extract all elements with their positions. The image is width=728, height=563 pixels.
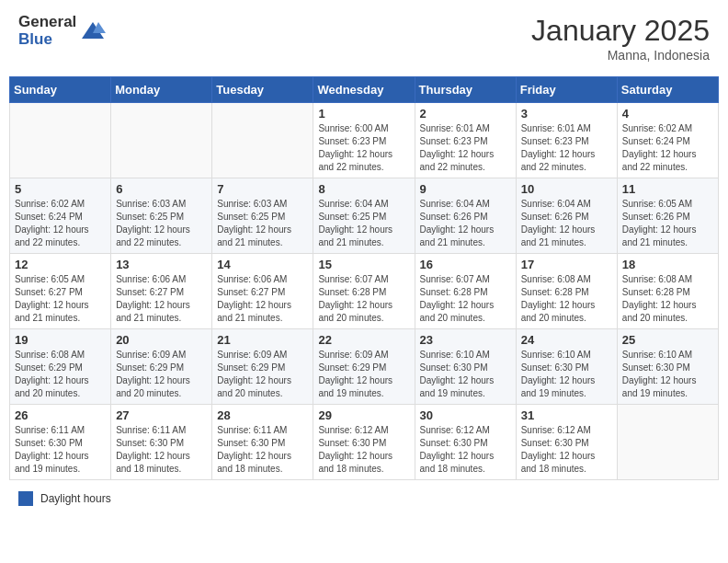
day-number: 6 bbox=[116, 182, 207, 196]
day-info: Sunrise: 6:11 AM Sunset: 6:30 PM Dayligh… bbox=[15, 424, 106, 476]
day-info: Sunrise: 6:12 AM Sunset: 6:30 PM Dayligh… bbox=[521, 424, 612, 476]
calendar-cell: 8Sunrise: 6:04 AM Sunset: 6:25 PM Daylig… bbox=[313, 178, 415, 254]
calendar-cell: 1Sunrise: 6:00 AM Sunset: 6:23 PM Daylig… bbox=[313, 103, 415, 178]
day-info: Sunrise: 6:12 AM Sunset: 6:30 PM Dayligh… bbox=[420, 424, 511, 476]
day-number: 1 bbox=[318, 107, 409, 121]
day-number: 8 bbox=[318, 182, 409, 196]
calendar-cell: 9Sunrise: 6:04 AM Sunset: 6:26 PM Daylig… bbox=[415, 178, 516, 254]
calendar-cell: 15Sunrise: 6:07 AM Sunset: 6:28 PM Dayli… bbox=[313, 254, 415, 329]
day-info: Sunrise: 6:09 AM Sunset: 6:29 PM Dayligh… bbox=[116, 349, 207, 400]
day-info: Sunrise: 6:04 AM Sunset: 6:26 PM Dayligh… bbox=[521, 198, 612, 249]
calendar-header-tuesday: Tuesday bbox=[212, 77, 313, 103]
day-info: Sunrise: 6:09 AM Sunset: 6:29 PM Dayligh… bbox=[217, 349, 308, 400]
calendar-cell: 21Sunrise: 6:09 AM Sunset: 6:29 PM Dayli… bbox=[212, 329, 313, 405]
day-number: 13 bbox=[116, 258, 207, 271]
day-number: 20 bbox=[116, 333, 207, 347]
calendar-cell: 22Sunrise: 6:09 AM Sunset: 6:29 PM Dayli… bbox=[313, 329, 415, 405]
legend: Daylight hours bbox=[9, 488, 719, 510]
day-number: 30 bbox=[420, 408, 511, 422]
day-info: Sunrise: 6:06 AM Sunset: 6:27 PM Dayligh… bbox=[217, 273, 308, 325]
calendar-week-1: 1Sunrise: 6:00 AM Sunset: 6:23 PM Daylig… bbox=[10, 103, 719, 178]
calendar-cell: 13Sunrise: 6:06 AM Sunset: 6:27 PM Dayli… bbox=[111, 254, 212, 329]
calendar-cell: 28Sunrise: 6:11 AM Sunset: 6:30 PM Dayli… bbox=[212, 405, 313, 480]
month-title: January 2025 bbox=[531, 14, 710, 48]
day-info: Sunrise: 6:12 AM Sunset: 6:30 PM Dayligh… bbox=[318, 424, 409, 476]
day-number: 31 bbox=[521, 408, 612, 422]
day-info: Sunrise: 6:00 AM Sunset: 6:23 PM Dayligh… bbox=[318, 122, 409, 174]
day-number: 5 bbox=[15, 182, 106, 196]
calendar-cell: 27Sunrise: 6:11 AM Sunset: 6:30 PM Dayli… bbox=[111, 405, 212, 480]
day-number: 23 bbox=[420, 333, 511, 347]
logo-icon bbox=[80, 18, 106, 44]
calendar-header-sunday: Sunday bbox=[10, 77, 111, 103]
calendar-header-friday: Friday bbox=[516, 77, 617, 103]
calendar-header-monday: Monday bbox=[111, 77, 212, 103]
day-info: Sunrise: 6:03 AM Sunset: 6:25 PM Dayligh… bbox=[116, 198, 207, 249]
day-number: 19 bbox=[15, 333, 106, 347]
day-info: Sunrise: 6:06 AM Sunset: 6:27 PM Dayligh… bbox=[116, 273, 207, 325]
day-number: 26 bbox=[15, 408, 106, 422]
header: General Blue January 2025 Manna, Indones… bbox=[9, 9, 719, 67]
calendar-cell: 20Sunrise: 6:09 AM Sunset: 6:29 PM Dayli… bbox=[111, 329, 212, 405]
calendar-cell: 23Sunrise: 6:10 AM Sunset: 6:30 PM Dayli… bbox=[415, 329, 516, 405]
legend-label: Daylight hours bbox=[40, 492, 111, 505]
day-info: Sunrise: 6:04 AM Sunset: 6:26 PM Dayligh… bbox=[420, 198, 511, 249]
calendar-cell: 24Sunrise: 6:10 AM Sunset: 6:30 PM Dayli… bbox=[516, 329, 617, 405]
day-info: Sunrise: 6:08 AM Sunset: 6:28 PM Dayligh… bbox=[521, 273, 612, 325]
day-number: 17 bbox=[521, 258, 612, 271]
day-number: 29 bbox=[318, 408, 409, 422]
calendar-cell bbox=[617, 405, 718, 480]
day-number: 15 bbox=[318, 258, 409, 271]
day-info: Sunrise: 6:10 AM Sunset: 6:30 PM Dayligh… bbox=[420, 349, 511, 400]
calendar-cell: 10Sunrise: 6:04 AM Sunset: 6:26 PM Dayli… bbox=[516, 178, 617, 254]
day-number: 25 bbox=[622, 333, 713, 347]
calendar-cell: 2Sunrise: 6:01 AM Sunset: 6:23 PM Daylig… bbox=[415, 103, 516, 178]
logo-general: General bbox=[18, 14, 76, 31]
day-info: Sunrise: 6:08 AM Sunset: 6:29 PM Dayligh… bbox=[15, 349, 106, 400]
day-info: Sunrise: 6:08 AM Sunset: 6:28 PM Dayligh… bbox=[622, 273, 713, 325]
day-number: 16 bbox=[420, 258, 511, 271]
logo-blue: Blue bbox=[18, 31, 76, 49]
day-number: 24 bbox=[521, 333, 612, 347]
day-number: 11 bbox=[622, 182, 713, 196]
calendar-header-thursday: Thursday bbox=[415, 77, 516, 103]
day-info: Sunrise: 6:03 AM Sunset: 6:25 PM Dayligh… bbox=[217, 198, 308, 249]
day-number: 3 bbox=[521, 107, 612, 121]
calendar-header-wednesday: Wednesday bbox=[313, 77, 415, 103]
day-number: 21 bbox=[217, 333, 308, 347]
day-number: 12 bbox=[15, 258, 106, 271]
day-number: 4 bbox=[622, 107, 713, 121]
calendar-week-3: 12Sunrise: 6:05 AM Sunset: 6:27 PM Dayli… bbox=[10, 254, 719, 329]
calendar-cell: 11Sunrise: 6:05 AM Sunset: 6:26 PM Dayli… bbox=[617, 178, 718, 254]
day-info: Sunrise: 6:01 AM Sunset: 6:23 PM Dayligh… bbox=[420, 122, 511, 174]
calendar-header-row: SundayMondayTuesdayWednesdayThursdayFrid… bbox=[10, 77, 719, 103]
day-info: Sunrise: 6:10 AM Sunset: 6:30 PM Dayligh… bbox=[521, 349, 612, 400]
legend-box bbox=[18, 491, 33, 506]
calendar-cell: 4Sunrise: 6:02 AM Sunset: 6:24 PM Daylig… bbox=[617, 103, 718, 178]
calendar-cell: 14Sunrise: 6:06 AM Sunset: 6:27 PM Dayli… bbox=[212, 254, 313, 329]
calendar-cell bbox=[111, 103, 212, 178]
calendar-cell: 31Sunrise: 6:12 AM Sunset: 6:30 PM Dayli… bbox=[516, 405, 617, 480]
day-number: 2 bbox=[420, 107, 511, 121]
day-info: Sunrise: 6:11 AM Sunset: 6:30 PM Dayligh… bbox=[217, 424, 308, 476]
day-number: 18 bbox=[622, 258, 713, 271]
calendar-cell: 12Sunrise: 6:05 AM Sunset: 6:27 PM Dayli… bbox=[10, 254, 111, 329]
logo: General Blue bbox=[18, 14, 106, 48]
calendar-cell: 29Sunrise: 6:12 AM Sunset: 6:30 PM Dayli… bbox=[313, 405, 415, 480]
calendar-cell bbox=[212, 103, 313, 178]
day-info: Sunrise: 6:07 AM Sunset: 6:28 PM Dayligh… bbox=[318, 273, 409, 325]
calendar-cell bbox=[10, 103, 111, 178]
calendar-header-saturday: Saturday bbox=[617, 77, 718, 103]
day-number: 7 bbox=[217, 182, 308, 196]
calendar-cell: 6Sunrise: 6:03 AM Sunset: 6:25 PM Daylig… bbox=[111, 178, 212, 254]
day-info: Sunrise: 6:10 AM Sunset: 6:30 PM Dayligh… bbox=[622, 349, 713, 400]
calendar-cell: 5Sunrise: 6:02 AM Sunset: 6:24 PM Daylig… bbox=[10, 178, 111, 254]
calendar-cell: 18Sunrise: 6:08 AM Sunset: 6:28 PM Dayli… bbox=[617, 254, 718, 329]
calendar-cell: 3Sunrise: 6:01 AM Sunset: 6:23 PM Daylig… bbox=[516, 103, 617, 178]
calendar-cell: 26Sunrise: 6:11 AM Sunset: 6:30 PM Dayli… bbox=[10, 405, 111, 480]
day-info: Sunrise: 6:02 AM Sunset: 6:24 PM Dayligh… bbox=[15, 198, 106, 249]
title-area: January 2025 Manna, Indonesia bbox=[531, 14, 710, 63]
calendar-week-4: 19Sunrise: 6:08 AM Sunset: 6:29 PM Dayli… bbox=[10, 329, 719, 405]
day-number: 22 bbox=[318, 333, 409, 347]
calendar-cell: 17Sunrise: 6:08 AM Sunset: 6:28 PM Dayli… bbox=[516, 254, 617, 329]
